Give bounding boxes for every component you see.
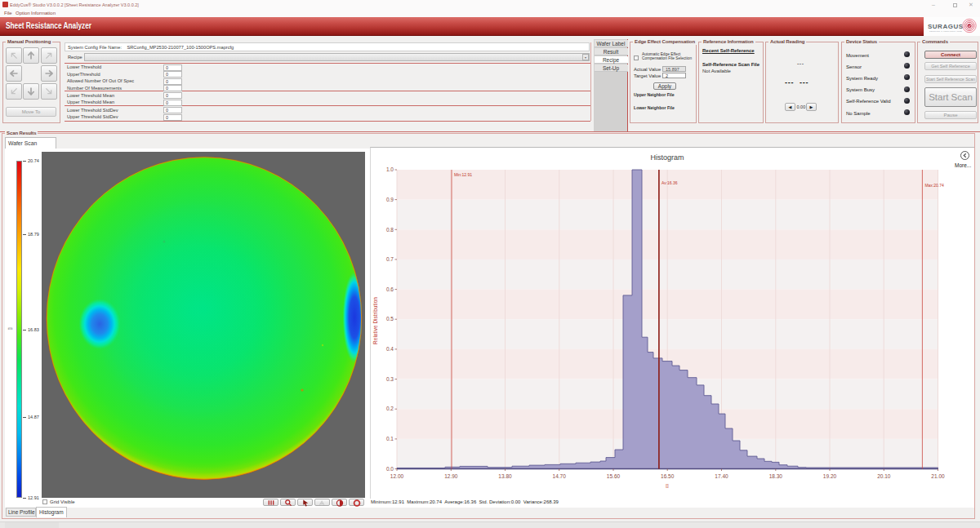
svg-text:0.9: 0.9: [386, 197, 394, 202]
svg-text:0.1: 0.1: [386, 436, 394, 441]
svg-text:17.40: 17.40: [715, 473, 728, 479]
svg-text:16.50: 16.50: [661, 473, 675, 479]
svg-text:0.8: 0.8: [386, 227, 394, 233]
svg-text:[]: []: [666, 483, 669, 488]
svg-text:21.00: 21.00: [931, 473, 945, 479]
svg-text:Min:12.91: Min:12.91: [454, 172, 472, 177]
svg-text:12.90: 12.90: [444, 473, 458, 479]
svg-text:13.80: 13.80: [498, 473, 512, 479]
svg-text:0.6: 0.6: [386, 286, 394, 292]
svg-text:0.0: 0.0: [386, 466, 394, 472]
svg-text:18.30: 18.30: [769, 473, 783, 479]
svg-text:12.00: 12.00: [390, 473, 404, 479]
svg-text:Relative Distribution: Relative Distribution: [372, 297, 378, 344]
svg-text:0.7: 0.7: [386, 256, 394, 262]
svg-text:0.2: 0.2: [386, 406, 394, 411]
svg-text:Histogram: Histogram: [650, 153, 684, 162]
svg-text:1.0: 1.0: [386, 166, 394, 172]
svg-text:0.3: 0.3: [386, 376, 394, 382]
svg-text:0.5: 0.5: [386, 316, 394, 322]
svg-text:15.60: 15.60: [607, 473, 621, 479]
svg-text:19.20: 19.20: [823, 473, 837, 479]
svg-text:14.70: 14.70: [553, 473, 567, 479]
svg-text:Max:20.74: Max:20.74: [924, 183, 944, 188]
svg-text:Av:16.36: Av:16.36: [662, 180, 678, 185]
svg-text:20.10: 20.10: [877, 473, 891, 479]
svg-text:0.4: 0.4: [386, 346, 394, 352]
